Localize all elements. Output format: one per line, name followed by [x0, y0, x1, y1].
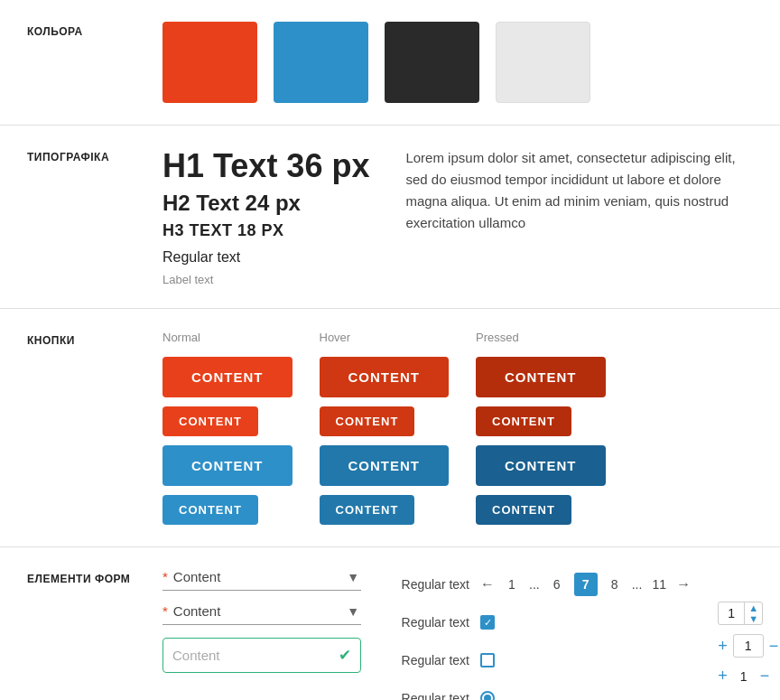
- h3-text: H3 TEXT 18 PX: [162, 221, 369, 240]
- forms-label: ЕЛЕМЕНТИ ФОРМ: [27, 569, 162, 585]
- btn-primary-small-hover[interactable]: CONTENT: [320, 406, 415, 436]
- h1-text: H1 Text 36 px: [162, 147, 369, 185]
- stepper3-row: + 1 −: [718, 667, 778, 686]
- typography-body: Lorem ipsum dolor sit amet, consectetur …: [405, 147, 753, 286]
- checkbox-unchecked-label: Regular text: [388, 653, 469, 667]
- typography-cols: H1 Text 36 px H2 Text 24 px H3 TEXT 18 P…: [162, 147, 753, 286]
- stepper2-plus[interactable]: +: [718, 637, 728, 656]
- checkbox-checked-row: Regular text: [388, 607, 691, 638]
- forms-section: ЕЛЕМЕНТИ ФОРМ * Content ▼ * Content ▼: [0, 547, 780, 700]
- form-select1-text: Content: [173, 569, 361, 584]
- buttons-cols: Normal CONTENT CONTENT CONTENT CONTENT H…: [162, 331, 753, 525]
- btn-secondary-small-pressed[interactable]: CONTENT: [476, 495, 571, 525]
- page-8[interactable]: 8: [603, 573, 627, 596]
- checkbox-unchecked-row: Regular text: [388, 645, 691, 676]
- page-6[interactable]: 6: [545, 573, 569, 596]
- stepper1-val: 1: [719, 602, 745, 624]
- btn-secondary-large-pressed[interactable]: CONTENT: [476, 445, 606, 486]
- page-dots-2: ...: [632, 577, 643, 592]
- typography-left: H1 Text 36 px H2 Text 24 px H3 TEXT 18 P…: [162, 147, 369, 286]
- stepper3-minus[interactable]: −: [760, 667, 770, 686]
- btn-pressed-label: Pressed: [476, 331, 519, 344]
- btn-col-pressed: Pressed CONTENT CONTENT CONTENT CONTENT: [476, 331, 606, 525]
- stepper1-row: 1 ▲ ▼: [718, 602, 778, 625]
- colors-row: [162, 22, 753, 103]
- pagination[interactable]: ← 1 ... 6 7 8 ... 11 →: [480, 573, 691, 596]
- buttons-section: КНОПКИ Normal CONTENT CONTENT CONTENT CO…: [0, 309, 780, 547]
- swatch-blue: [274, 22, 368, 103]
- pagination-regular-label: Regular text: [388, 577, 469, 592]
- btn-col-hover: Hover CONTENT CONTENT CONTENT CONTENT: [320, 331, 450, 525]
- h2-text: H2 Text 24 px: [162, 191, 369, 216]
- btn-primary-large-hover[interactable]: CONTENT: [320, 357, 450, 397]
- swatch-dark: [385, 22, 479, 103]
- radio-button[interactable]: [480, 691, 495, 700]
- stepper1-down[interactable]: ▼: [748, 613, 758, 624]
- stepper2-minus[interactable]: −: [769, 637, 779, 656]
- checkbox-unchecked-box[interactable]: [480, 653, 495, 667]
- stepper1[interactable]: 1 ▲ ▼: [718, 602, 763, 625]
- btn-primary-large-pressed[interactable]: CONTENT: [476, 357, 606, 397]
- regular-text: Regular text: [162, 249, 369, 266]
- radio-checked[interactable]: [480, 691, 495, 700]
- pagination-prev[interactable]: ←: [480, 576, 495, 593]
- steppers-col: 1 ▲ ▼ + 1 − + 1 −: [718, 569, 778, 686]
- pagination-next[interactable]: →: [676, 576, 691, 593]
- page-7-active[interactable]: 7: [574, 573, 598, 596]
- stepper3-val: 1: [733, 669, 755, 684]
- stepper3-plus[interactable]: +: [718, 667, 728, 686]
- form-input-valid[interactable]: Content ✔: [162, 638, 361, 673]
- valid-check-icon: ✔: [339, 646, 351, 665]
- pagination-row: Regular text ← 1 ... 6 7 8 ... 11 →: [388, 569, 691, 600]
- btn-secondary-small-normal[interactable]: CONTENT: [162, 495, 258, 525]
- btn-secondary-large-normal[interactable]: CONTENT: [162, 445, 292, 486]
- form-select2-text: Content: [173, 603, 361, 619]
- colors-section: КОЛЬОРА: [0, 0, 780, 126]
- form-right: Regular text ← 1 ... 6 7 8 ... 11 →: [388, 569, 691, 700]
- form-select2-wrapper[interactable]: * Content ▼: [162, 603, 361, 625]
- btn-secondary-large-hover[interactable]: CONTENT: [320, 445, 450, 486]
- required-mark-2: *: [162, 603, 168, 619]
- checkbox-checked-box[interactable]: [480, 615, 495, 630]
- btn-primary-small-normal[interactable]: CONTENT: [162, 406, 258, 436]
- form-input-placeholder: Content: [172, 648, 220, 663]
- stepper1-controls[interactable]: ▲ ▼: [745, 602, 762, 624]
- radio-label: Regular text: [388, 691, 469, 700]
- stepper2-val: 1: [733, 634, 764, 658]
- forms-content: * Content ▼ * Content ▼ Content ✔: [162, 569, 778, 700]
- swatch-light: [496, 22, 590, 103]
- colors-content: [162, 22, 753, 103]
- colors-label: КОЛЬОРА: [27, 22, 162, 38]
- typography-content: H1 Text 36 px H2 Text 24 px H3 TEXT 18 P…: [162, 147, 753, 286]
- btn-secondary-small-hover[interactable]: CONTENT: [320, 495, 415, 525]
- form-select1-wrapper[interactable]: * Content ▼: [162, 569, 361, 591]
- checkbox-checked[interactable]: [480, 615, 495, 630]
- btn-normal-label: Normal: [162, 331, 200, 344]
- swatch-orange: [162, 22, 257, 103]
- page-1[interactable]: 1: [500, 573, 524, 596]
- radio-row: Regular text: [388, 683, 691, 700]
- label-text: Label text: [162, 273, 369, 286]
- stepper2-row: + 1 −: [718, 634, 778, 658]
- dropdown-arrow-2: ▼: [347, 604, 359, 619]
- checkbox-checked-label: Regular text: [388, 615, 469, 630]
- btn-primary-large-normal[interactable]: CONTENT: [162, 357, 292, 397]
- page-dots-1: ...: [529, 577, 540, 592]
- dropdown-arrow-1: ▼: [347, 570, 359, 584]
- stepper1-up[interactable]: ▲: [748, 602, 758, 613]
- buttons-content: Normal CONTENT CONTENT CONTENT CONTENT H…: [162, 331, 753, 525]
- btn-col-normal: Normal CONTENT CONTENT CONTENT CONTENT: [162, 331, 292, 525]
- form-left: * Content ▼ * Content ▼ Content ✔: [162, 569, 361, 673]
- typography-section: ТИПОГРАФІКА H1 Text 36 px H2 Text 24 px …: [0, 126, 780, 309]
- checkbox-unchecked[interactable]: [480, 653, 495, 667]
- btn-primary-small-pressed[interactable]: CONTENT: [476, 406, 571, 436]
- btn-hover-label: Hover: [320, 331, 351, 344]
- required-mark-1: *: [162, 569, 168, 584]
- typography-label: ТИПОГРАФІКА: [27, 147, 162, 163]
- buttons-label: КНОПКИ: [27, 331, 162, 347]
- page-11[interactable]: 11: [647, 573, 671, 596]
- form-section-content: * Content ▼ * Content ▼ Content ✔: [162, 569, 778, 700]
